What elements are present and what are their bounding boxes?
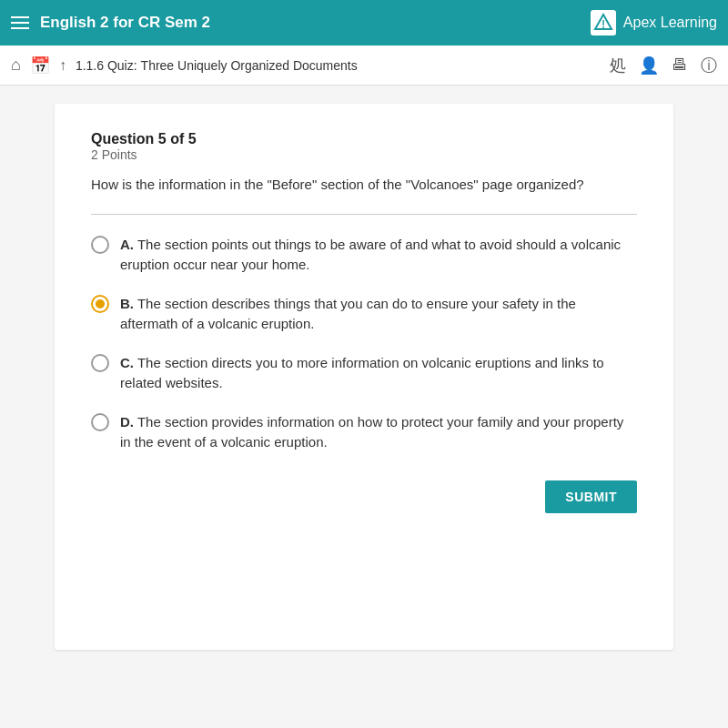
header-left: English 2 for CR Sem 2 bbox=[11, 14, 210, 32]
submit-button[interactable]: SUBMIT bbox=[545, 480, 637, 513]
question-points: 2 Points bbox=[91, 147, 637, 162]
breadcrumb-title: Three Uniquely Organized Documents bbox=[141, 58, 358, 73]
choice-c-label: C. The section directs you to more infor… bbox=[120, 353, 637, 394]
choice-d-label: D. The section provides information on h… bbox=[120, 412, 637, 453]
help-icon[interactable]: ⓘ bbox=[701, 55, 717, 76]
question-header: Question 5 of 5 2 Points bbox=[91, 131, 637, 162]
print-icon[interactable]: 🖶 bbox=[672, 56, 688, 75]
person-icon[interactable]: 👤 bbox=[639, 56, 659, 76]
apex-brand-name: Apex Learning bbox=[623, 15, 717, 31]
breadcrumb: 1.1.6 Quiz: Three Uniquely Organized Doc… bbox=[76, 58, 358, 73]
choice-a[interactable]: A. The section points out things to be a… bbox=[91, 235, 637, 276]
breadcrumb-arrow: ↑ bbox=[59, 57, 66, 74]
secondary-nav-right: 処 👤 🖶 ⓘ bbox=[610, 55, 717, 76]
radio-a[interactable] bbox=[91, 236, 109, 254]
radio-d[interactable] bbox=[91, 413, 109, 431]
divider bbox=[91, 214, 637, 215]
choice-d[interactable]: D. The section provides information on h… bbox=[91, 412, 637, 453]
home-icon[interactable]: ⌂ bbox=[11, 56, 21, 75]
choice-c[interactable]: C. The section directs you to more infor… bbox=[91, 353, 637, 394]
choice-b-label: B. The section describes things that you… bbox=[120, 294, 637, 335]
svg-point-2 bbox=[602, 26, 604, 28]
submit-container: SUBMIT bbox=[91, 480, 637, 513]
answer-choices: A. The section points out things to be a… bbox=[91, 235, 637, 453]
radio-c[interactable] bbox=[91, 354, 109, 372]
radio-b[interactable] bbox=[91, 295, 109, 313]
secondary-nav-left: ⌂ 📅 ↑ 1.1.6 Quiz: Three Uniquely Organiz… bbox=[11, 56, 358, 76]
question-number: Question 5 of 5 bbox=[91, 131, 637, 147]
course-title: English 2 for CR Sem 2 bbox=[40, 14, 210, 32]
question-text: How is the information in the "Before" s… bbox=[91, 175, 637, 196]
choice-a-label: A. The section points out things to be a… bbox=[120, 235, 637, 276]
breadcrumb-prefix: 1.1.6 Quiz: bbox=[76, 58, 137, 73]
main-content: Question 5 of 5 2 Points How is the info… bbox=[55, 104, 673, 650]
apex-logo-icon bbox=[591, 10, 616, 35]
choice-b[interactable]: B. The section describes things that you… bbox=[91, 294, 637, 335]
translate-icon[interactable]: 処 bbox=[610, 55, 626, 76]
menu-icon[interactable] bbox=[11, 16, 29, 29]
radio-b-inner bbox=[96, 299, 105, 308]
apex-branding: Apex Learning bbox=[591, 10, 717, 35]
briefcase-icon[interactable]: 📅 bbox=[30, 56, 50, 76]
secondary-nav: ⌂ 📅 ↑ 1.1.6 Quiz: Three Uniquely Organiz… bbox=[0, 46, 728, 86]
top-header: English 2 for CR Sem 2 Apex Learning bbox=[0, 0, 728, 46]
